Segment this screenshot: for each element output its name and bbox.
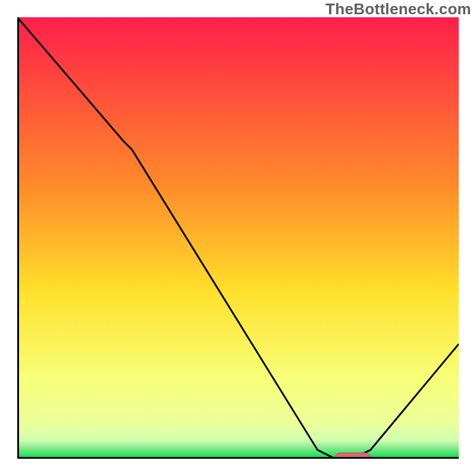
watermark-text: TheBottleneck.com bbox=[325, 0, 471, 18]
chart-svg bbox=[17, 17, 459, 459]
gradient-background bbox=[17, 17, 459, 459]
chart-plot-area bbox=[17, 17, 459, 459]
chart-stage: TheBottleneck.com bbox=[0, 0, 476, 476]
